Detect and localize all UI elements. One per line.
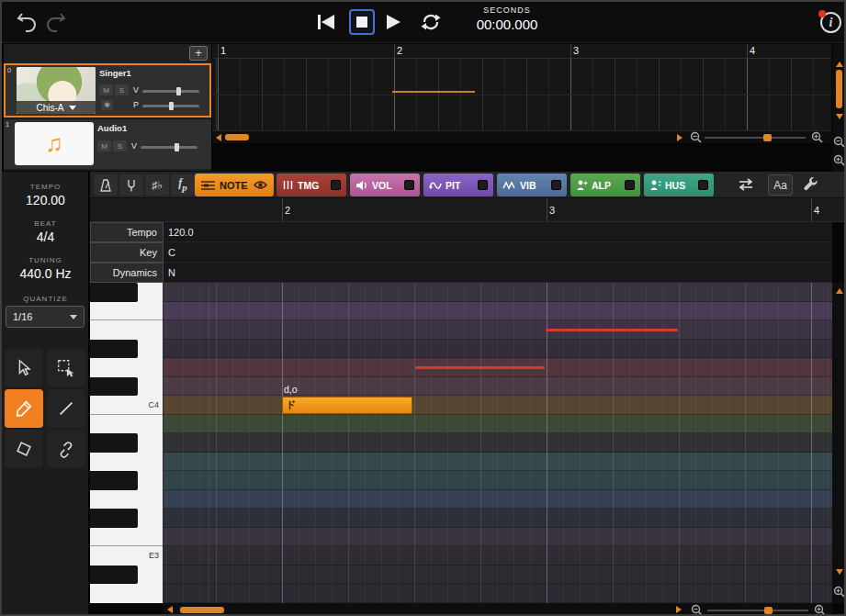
volume-slider[interactable] xyxy=(142,90,199,93)
h-zoom-slider[interactable] xyxy=(707,610,808,611)
pan-slider-handle[interactable] xyxy=(169,102,174,110)
timeline-grid[interactable] xyxy=(212,59,831,131)
timeline-ruler[interactable]: 1 2 3 4 xyxy=(212,44,831,59)
roll-v-scrollbar[interactable] xyxy=(832,283,846,603)
singing-clip-segment[interactable] xyxy=(392,91,475,93)
metronome-button[interactable] xyxy=(94,174,118,196)
scroll-down-icon[interactable] xyxy=(836,569,843,575)
tempo-row-label[interactable]: Tempo xyxy=(90,222,164,242)
mute-button[interactable]: M xyxy=(99,84,113,95)
pan-slider[interactable] xyxy=(142,105,199,107)
piano-key-C4[interactable]: C4 xyxy=(90,396,163,415)
piano-key-E3[interactable]: E3 xyxy=(90,546,163,566)
piano-key-A3[interactable] xyxy=(90,453,163,472)
wrench-icon[interactable] xyxy=(803,176,818,192)
rect-select-tool-button[interactable] xyxy=(47,349,85,387)
piano-key-F#3[interactable] xyxy=(90,509,163,528)
undo-icon[interactable] xyxy=(15,11,39,33)
volume-slider[interactable] xyxy=(141,146,197,149)
tab-pit-checkbox[interactable] xyxy=(478,180,488,190)
timeline-h-scrollbar[interactable] xyxy=(212,131,831,143)
eraser-tool-button[interactable] xyxy=(5,430,43,468)
tab-vol-checkbox[interactable] xyxy=(404,180,414,190)
mute-button[interactable]: M xyxy=(97,140,111,151)
piano-key-F3[interactable] xyxy=(90,528,163,547)
piano-key-D4[interactable] xyxy=(90,358,163,377)
key-row-value[interactable]: C xyxy=(164,242,832,263)
tab-tmg[interactable]: TMG xyxy=(276,174,346,196)
tab-note[interactable]: NOTE xyxy=(195,174,274,196)
pointer-tool-button[interactable] xyxy=(5,349,43,387)
play-button[interactable] xyxy=(384,13,402,31)
piano-key-D#3[interactable] xyxy=(90,566,163,585)
eye-icon[interactable] xyxy=(254,180,267,190)
zoom-in-icon[interactable] xyxy=(814,604,826,616)
piano-key-A#3[interactable] xyxy=(90,433,163,453)
tab-hus-checkbox[interactable] xyxy=(698,180,708,190)
star-button[interactable]: ✱ xyxy=(101,100,113,110)
voice-selector[interactable]: Chis-A xyxy=(17,101,96,114)
dynamics-button[interactable]: f p xyxy=(171,174,195,196)
arrange-timeline[interactable]: 1 2 3 4 xyxy=(212,44,831,131)
info-button[interactable]: i xyxy=(820,12,841,33)
line-tool-button[interactable] xyxy=(47,389,85,428)
piano-roll[interactable]: d,o ド xyxy=(164,283,832,603)
tab-tmg-checkbox[interactable] xyxy=(331,180,341,190)
h-scroll-handle[interactable] xyxy=(180,607,224,613)
scroll-up-icon[interactable] xyxy=(836,62,843,67)
tab-pit[interactable]: PIT xyxy=(423,174,493,196)
piano-key-D3[interactable] xyxy=(90,584,163,603)
tab-vol[interactable]: VOL xyxy=(350,174,420,196)
dynamics-row-label[interactable]: Dynamics xyxy=(90,263,164,283)
skip-to-start-icon[interactable] xyxy=(316,13,336,31)
redo-icon[interactable] xyxy=(44,11,68,33)
unlink-tool-button[interactable] xyxy=(47,430,85,468)
zoom-in-icon[interactable] xyxy=(811,131,823,143)
scroll-up-icon[interactable] xyxy=(836,288,843,294)
swap-arrows-icon[interactable] xyxy=(737,178,755,191)
timeline-v-scrollbar[interactable] xyxy=(832,44,846,172)
tab-alp-checkbox[interactable] xyxy=(625,180,635,190)
pencil-tool-button[interactable] xyxy=(5,389,43,428)
tab-vib-checkbox[interactable] xyxy=(551,180,561,190)
track-row-audio1[interactable]: 1 ♫ Audio1 M S V xyxy=(4,118,211,169)
h-scroll-handle[interactable] xyxy=(225,134,249,140)
zoom-out-icon[interactable] xyxy=(691,604,703,616)
scroll-left-icon[interactable] xyxy=(167,606,173,613)
tab-alp[interactable]: ALP xyxy=(570,174,640,196)
piano-key-G3[interactable] xyxy=(90,490,163,510)
dynamics-row-value[interactable]: N xyxy=(164,263,832,283)
piano-key-D#4[interactable] xyxy=(90,340,163,359)
v-zoom-in-icon[interactable] xyxy=(833,586,845,598)
piano-key-F4[interactable] xyxy=(90,302,163,321)
scroll-down-icon[interactable] xyxy=(836,114,843,119)
piano-key-G#3[interactable] xyxy=(90,471,163,490)
piano-key-F#4[interactable] xyxy=(90,283,163,302)
tuning-fork-button[interactable] xyxy=(119,174,143,196)
singer-avatar[interactable]: Chis-A xyxy=(17,67,96,114)
tab-hus[interactable]: HUS xyxy=(644,174,714,196)
audio-track-thumbnail[interactable]: ♫ xyxy=(15,122,94,165)
h-zoom-handle[interactable] xyxy=(764,607,773,614)
v-scroll-handle[interactable] xyxy=(836,70,842,108)
loop-icon[interactable] xyxy=(420,11,442,33)
accidentals-button[interactable]: ♯♭ xyxy=(145,174,169,196)
v-zoom-out-icon[interactable] xyxy=(833,136,845,148)
stop-button[interactable] xyxy=(349,9,375,35)
v-zoom-in-icon[interactable] xyxy=(833,154,845,166)
quantize-select[interactable]: 1/16 xyxy=(6,306,85,328)
tempo-row-value[interactable]: 120.0 xyxy=(164,222,832,242)
zoom-out-icon[interactable] xyxy=(690,131,702,143)
scroll-right-icon[interactable] xyxy=(676,606,682,613)
track-row-singer1[interactable]: 0 Chis-A Singer1 M S V ✱ P xyxy=(4,63,211,118)
volume-slider-handle[interactable] xyxy=(175,143,179,151)
solo-button[interactable]: S xyxy=(113,140,127,151)
h-zoom-handle[interactable] xyxy=(763,134,772,141)
text-style-button[interactable]: Aa xyxy=(768,174,793,196)
tab-vib[interactable]: VIB xyxy=(497,174,567,196)
solo-button[interactable]: S xyxy=(115,84,129,95)
scroll-left-icon[interactable] xyxy=(216,134,221,141)
add-track-button[interactable]: + xyxy=(189,46,208,61)
piano-key-B3[interactable] xyxy=(90,415,163,434)
editor-ruler[interactable]: 2 3 4 xyxy=(90,198,846,222)
